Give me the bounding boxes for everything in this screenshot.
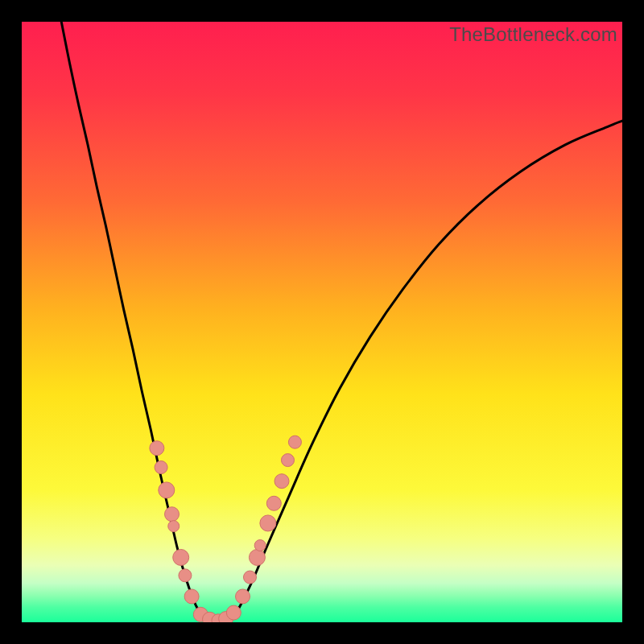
data-marker: [243, 571, 256, 584]
data-marker: [260, 515, 276, 531]
data-marker: [288, 436, 301, 448]
watermark-text: TheBottleneck.com: [449, 23, 617, 46]
data-marker: [249, 549, 265, 565]
data-marker: [184, 589, 199, 604]
chart-svg: [22, 22, 622, 622]
data-marker: [275, 474, 289, 489]
data-marker: [179, 569, 192, 582]
data-marker: [168, 521, 180, 532]
data-marker: [150, 441, 164, 456]
data-marker: [173, 549, 189, 565]
data-marker: [159, 482, 175, 498]
data-marker: [236, 589, 250, 604]
data-marker: [165, 507, 180, 522]
data-marker: [226, 605, 241, 620]
data-marker: [266, 496, 281, 510]
chart-frame: TheBottleneck.com: [0, 0, 644, 644]
data-marker: [155, 461, 167, 474]
data-marker: [254, 540, 266, 551]
plot-area: TheBottleneck.com: [22, 22, 622, 622]
data-marker: [281, 454, 294, 467]
gradient-background: [22, 22, 622, 622]
